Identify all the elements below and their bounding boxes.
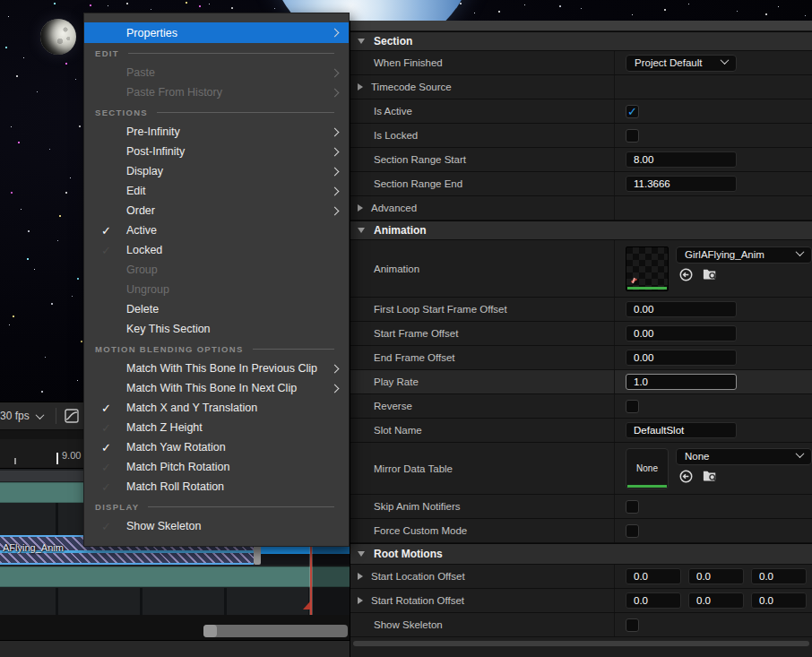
submenu-chevron-icon (331, 167, 340, 176)
menu-item-delete[interactable]: Delete (84, 299, 349, 319)
start-location-y-input[interactable] (688, 568, 744, 584)
menu-item-match-z-height[interactable]: ✓ Match Z Height (84, 418, 349, 437)
category-title: Root Motions (374, 548, 443, 560)
chevron-down-icon (796, 247, 805, 256)
chevron-down-icon (721, 56, 730, 65)
unreal-editor-window: 30 fps 9.00 AFlying_Anim (0, 0, 812, 657)
menu-item-active[interactable]: ✓ Active (84, 220, 349, 240)
menu-item-label: Match X and Y Translation (126, 402, 338, 414)
menu-item-match-yaw-rotation[interactable]: ✓ Match Yaw Rotation (84, 437, 349, 457)
category-header-section[interactable]: Section (350, 31, 812, 51)
property-label: Reverse (374, 401, 412, 411)
submenu-chevron-icon (331, 384, 340, 393)
chevron-down-icon (35, 411, 44, 419)
menu-item-group[interactable]: Group (84, 260, 349, 280)
menu-item-label: Post-Infinity (126, 145, 332, 158)
details-horizontal-scrollbar[interactable] (353, 641, 809, 646)
category-header-root-motions[interactable]: Root Motions (350, 543, 812, 565)
triangle-right-icon[interactable] (358, 573, 363, 580)
details-panel-top-strip (350, 21, 812, 31)
check-icon-ghost: ✓ (84, 481, 126, 493)
start-rotation-x-input[interactable] (626, 592, 681, 609)
animation-asset-thumbnail[interactable] (626, 246, 669, 291)
menu-item-match-xy-translation[interactable]: ✓ Match X and Y Translation (84, 398, 349, 418)
mirror-data-table-dropdown[interactable]: None (676, 448, 812, 465)
check-icon-ghost: ✓ (84, 462, 126, 473)
use-selected-asset-icon[interactable] (678, 469, 694, 484)
menu-item-paste-from-history[interactable]: Paste From History (84, 82, 349, 102)
property-label: Start Frame Offset (374, 328, 458, 339)
category-header-animation[interactable]: Animation (350, 220, 812, 240)
menu-item-label: Match Roll Rotation (126, 480, 338, 493)
property-label: Skip Anim Notifiers (374, 501, 461, 512)
check-icon: ✓ (84, 442, 126, 454)
fps-dropdown[interactable]: 30 fps (0, 410, 43, 422)
force-custom-mode-checkbox[interactable]: ✓ (626, 524, 639, 538)
menu-heading-display: DISPLAY (84, 497, 349, 516)
menu-item-pre-infinity[interactable]: Pre-Infinity (84, 122, 349, 142)
curve-editor-icon[interactable] (65, 409, 79, 423)
menu-item-ungroup[interactable]: Ungroup (84, 280, 349, 299)
menu-item-locked[interactable]: ✓ Locked (84, 240, 349, 260)
animation-asset-dropdown[interactable]: GirlAFlying_Anim (676, 246, 812, 264)
skip-anim-notifiers-checkbox[interactable]: ✓ (626, 500, 639, 514)
start-location-x-input[interactable] (626, 568, 681, 584)
track-bar-bottom[interactable] (0, 566, 350, 587)
menu-item-paste[interactable]: Paste (84, 63, 349, 82)
use-selected-asset-icon[interactable] (678, 267, 694, 282)
browse-to-asset-icon[interactable] (702, 267, 718, 281)
menu-item-match-previous-clip[interactable]: Match With This Bone In Previous Clip (84, 359, 349, 378)
scrollbar-grip (203, 625, 217, 637)
menu-item-order[interactable]: Order (84, 201, 349, 220)
property-label: Is Locked (374, 130, 418, 141)
triangle-right-icon[interactable] (358, 83, 363, 91)
property-label: Force Custom Mode (374, 525, 467, 536)
property-label: Slot Name (374, 425, 422, 436)
menu-item-edit[interactable]: Edit (84, 181, 349, 201)
reverse-checkbox[interactable]: ✓ (626, 400, 639, 413)
clip-name-label: AFlying_Anim (3, 542, 64, 553)
submenu-chevron-icon (331, 88, 340, 97)
asset-type-green-bar (627, 287, 667, 290)
browse-to-asset-icon[interactable] (702, 469, 718, 483)
menu-item-key-this-section[interactable]: Key This Section (84, 319, 349, 339)
menu-item-match-next-clip[interactable]: Match With This Bone In Next Clip (84, 378, 349, 398)
start-frame-offset-input[interactable] (626, 325, 737, 341)
menu-item-properties[interactable]: Properties (84, 22, 349, 43)
menu-item-label: Match Pitch Rotation (126, 461, 338, 473)
property-label: Section Range Start (374, 154, 466, 165)
start-rotation-y-input[interactable] (688, 592, 744, 609)
menu-item-post-infinity[interactable]: Post-Infinity (84, 142, 349, 161)
submenu-chevron-icon (331, 127, 340, 136)
section-range-start-input[interactable] (626, 151, 737, 168)
triangle-down-icon (358, 551, 365, 557)
check-icon-ghost: ✓ (84, 422, 126, 434)
triangle-right-icon[interactable] (358, 204, 363, 212)
end-frame-offset-input[interactable] (626, 350, 737, 366)
check-icon: ✓ (84, 225, 126, 237)
menu-item-match-pitch-rotation[interactable]: ✓ Match Pitch Rotation (84, 457, 349, 477)
dropdown-value: Project Default (635, 57, 702, 68)
show-skeleton-checkbox[interactable]: ✓ (626, 618, 639, 632)
slot-name-input[interactable] (626, 422, 737, 438)
start-rotation-z-input[interactable] (751, 592, 807, 609)
mirror-data-table-thumbnail[interactable]: None (626, 448, 669, 489)
menu-item-show-skeleton[interactable]: ✓ Show Skeleton (84, 516, 349, 536)
is-active-checkbox[interactable]: ✓ (626, 105, 639, 118)
horizontal-scrollbar-thumb[interactable] (203, 625, 348, 637)
property-label: Timecode Source (371, 82, 452, 92)
is-locked-checkbox[interactable]: ✓ (626, 129, 639, 143)
play-rate-input[interactable] (626, 374, 737, 390)
triangle-right-icon[interactable] (358, 597, 363, 604)
menu-item-display[interactable]: Display (84, 161, 349, 181)
row-slot-name: Slot Name (350, 419, 812, 443)
when-finished-dropdown[interactable]: Project Default (626, 55, 737, 72)
section-range-end-input[interactable] (626, 176, 737, 192)
menu-item-match-roll-rotation[interactable]: ✓ Match Roll Rotation (84, 477, 349, 497)
horizontal-scrollbar-track[interactable] (0, 615, 350, 640)
grid-line (56, 503, 58, 535)
first-loop-start-frame-offset-input[interactable] (626, 301, 737, 317)
sequencer-bottom-bar (0, 640, 350, 657)
start-location-z-input[interactable] (751, 568, 807, 584)
submenu-chevron-icon (331, 206, 340, 215)
